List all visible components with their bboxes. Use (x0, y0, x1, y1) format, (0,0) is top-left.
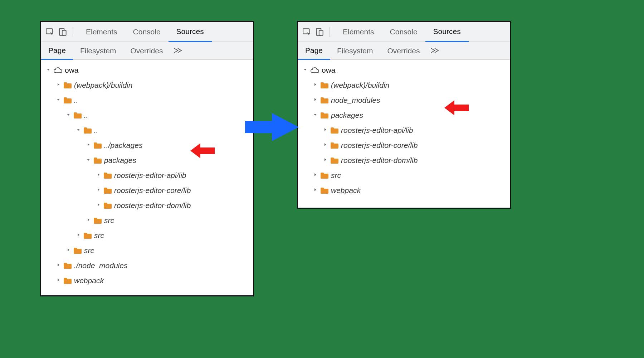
chevron-right-icon[interactable] (96, 173, 102, 178)
tree-item-label: packages (331, 111, 363, 120)
tree-item-label: (webpack)/buildin (331, 81, 389, 90)
chevron-right-icon[interactable] (76, 233, 82, 238)
tree-folder[interactable]: .. (41, 123, 253, 138)
folder-icon (93, 142, 102, 149)
tab-label: Sources (433, 27, 461, 36)
sources-subtabs: Page Filesystem Overrides (298, 42, 510, 60)
tab-label: Elements (86, 28, 117, 36)
device-toolbar-icon[interactable] (58, 27, 68, 37)
chevron-down-icon[interactable] (303, 67, 309, 73)
chevron-right-icon[interactable] (323, 142, 329, 148)
tab-sources[interactable]: Sources (169, 22, 212, 42)
folder-icon (63, 97, 72, 104)
chevron-right-icon[interactable] (96, 203, 102, 208)
tree-item-label: src (84, 246, 94, 255)
subtab-filesystem[interactable]: Filesystem (330, 42, 380, 59)
subtab-page[interactable]: Page (41, 42, 73, 60)
chevron-right-icon[interactable] (66, 248, 72, 253)
tree-folder[interactable]: .. (41, 93, 253, 108)
tree-item-label: ./node_modules (74, 261, 127, 270)
chevron-down-icon[interactable] (66, 112, 72, 118)
chevron-right-icon[interactable] (313, 97, 319, 103)
tree-folder[interactable]: (webpack)/buildin (298, 78, 510, 93)
tab-sources[interactable]: Sources (425, 22, 469, 42)
element-picker-icon[interactable] (45, 27, 55, 37)
tree-folder[interactable]: roosterjs-editor-dom/lib (41, 198, 253, 213)
tree-folder[interactable]: src (41, 213, 253, 228)
folder-icon (103, 187, 112, 194)
subtab-label: Overrides (387, 47, 420, 55)
sources-subtabs: Page Filesystem Overrides (41, 42, 253, 60)
tree-folder[interactable]: webpack (41, 273, 253, 288)
subtab-overrides[interactable]: Overrides (380, 42, 427, 59)
file-tree: owa(webpack)/buildin......../packagespac… (41, 60, 253, 295)
chevron-right-icon[interactable] (313, 173, 319, 178)
chevron-right-icon[interactable] (313, 188, 319, 193)
tree-folder[interactable]: webpack (298, 183, 510, 198)
device-toolbar-icon[interactable] (315, 27, 325, 37)
folder-icon (93, 157, 102, 164)
chevron-right-icon[interactable] (96, 188, 102, 193)
tree-folder[interactable]: roosterjs-editor-api/lib (41, 168, 253, 183)
tree-folder[interactable]: packages (298, 108, 510, 123)
tree-root[interactable]: owa (41, 63, 253, 78)
tree-folder[interactable]: roosterjs-editor-core/lib (298, 138, 510, 153)
more-tabs-icon[interactable] (170, 47, 186, 55)
tree-item-label: webpack (331, 186, 361, 195)
chevron-right-icon[interactable] (86, 142, 92, 148)
subtab-page[interactable]: Page (298, 42, 330, 60)
subtab-filesystem[interactable]: Filesystem (73, 42, 123, 59)
chevron-down-icon[interactable] (56, 97, 62, 103)
chevron-down-icon[interactable] (313, 112, 319, 118)
tree-folder[interactable]: roosterjs-editor-core/lib (41, 183, 253, 198)
folder-icon (73, 112, 82, 119)
file-tree: owa(webpack)/buildinnode_modulespackages… (298, 60, 510, 208)
tab-label: Sources (176, 27, 204, 36)
tab-console[interactable]: Console (382, 22, 425, 42)
arrow-right-icon (243, 111, 301, 143)
chevron-down-icon[interactable] (86, 158, 92, 163)
tree-folder[interactable]: node_modules (298, 93, 510, 108)
folder-icon (83, 127, 92, 134)
tree-folder[interactable]: src (41, 228, 253, 243)
folder-icon (63, 277, 72, 284)
svg-rect-5 (319, 30, 323, 35)
folder-icon (320, 112, 329, 119)
tree-folder[interactable]: (webpack)/buildin (41, 78, 253, 93)
chevron-right-icon[interactable] (323, 127, 329, 133)
folder-icon (63, 262, 72, 269)
arrow-left-icon (444, 100, 469, 116)
tree-folder[interactable]: roosterjs-editor-dom/lib (298, 153, 510, 168)
chevron-down-icon[interactable] (46, 67, 52, 73)
chevron-right-icon[interactable] (86, 218, 92, 223)
element-picker-icon[interactable] (302, 27, 312, 37)
tree-folder[interactable]: packages (41, 153, 253, 168)
tree-folder[interactable]: .. (41, 108, 253, 123)
folder-icon (330, 127, 339, 134)
tree-folder[interactable]: src (298, 168, 510, 183)
tree-item-label: owa (322, 66, 336, 74)
svg-rect-2 (62, 30, 66, 35)
tree-item-label: roosterjs-editor-api/lib (341, 126, 413, 135)
tab-elements[interactable]: Elements (335, 22, 382, 42)
folder-icon (320, 97, 329, 104)
chevron-down-icon[interactable] (76, 127, 82, 133)
chevron-right-icon[interactable] (313, 82, 319, 88)
tree-root[interactable]: owa (298, 63, 510, 78)
chevron-right-icon[interactable] (56, 278, 62, 284)
tree-folder[interactable]: ../packages (41, 138, 253, 153)
tree-folder[interactable]: roosterjs-editor-api/lib (298, 123, 510, 138)
tree-folder[interactable]: ./node_modules (41, 258, 253, 273)
tab-elements[interactable]: Elements (78, 22, 125, 42)
chevron-right-icon[interactable] (56, 82, 62, 88)
devtools-top-tabs: Elements Console Sources (298, 22, 510, 42)
tree-item-label: ../packages (104, 141, 142, 150)
more-tabs-icon[interactable] (427, 47, 443, 55)
tree-folder[interactable]: src (41, 243, 253, 258)
tab-console[interactable]: Console (125, 22, 169, 42)
subtab-overrides[interactable]: Overrides (123, 42, 170, 59)
tree-item-label: (webpack)/buildin (74, 81, 132, 90)
devtools-panel-before: Elements Console Sources Page Filesystem… (40, 21, 254, 296)
chevron-right-icon[interactable] (56, 263, 62, 268)
chevron-right-icon[interactable] (323, 158, 329, 163)
